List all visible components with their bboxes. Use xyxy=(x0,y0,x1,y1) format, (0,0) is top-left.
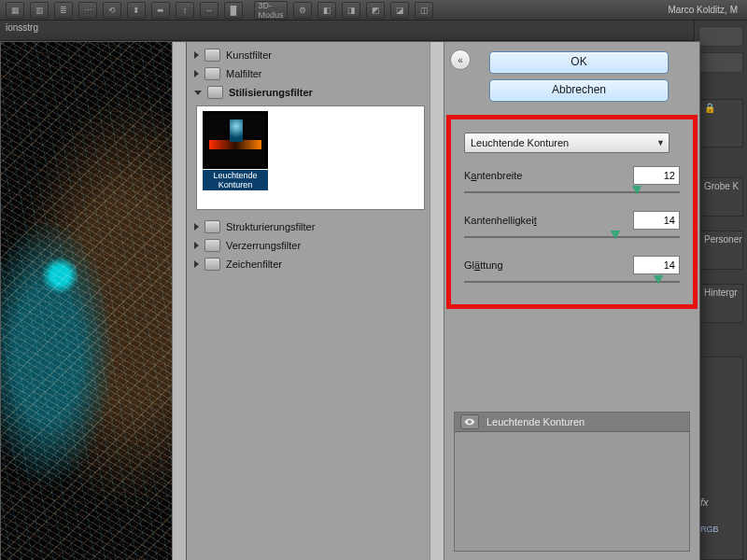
param-kantenhelligkeit-slider[interactable] xyxy=(464,233,680,243)
mode-rgb-label: RGB xyxy=(700,525,719,534)
cancel-button[interactable]: Abbrechen xyxy=(489,79,669,102)
toolbar-icon[interactable]: ▦ xyxy=(6,2,24,19)
user-label: Marco Kolditz, M xyxy=(669,5,741,15)
tree-label: Kunstfilter xyxy=(226,49,272,61)
filter-thumbnail-area: Leuchtende Konturen xyxy=(196,105,425,210)
param-label: Kantenbreite xyxy=(464,170,522,181)
disclosure-triangle-icon xyxy=(194,242,199,249)
toolbar-icon[interactable]: ↔ xyxy=(200,2,218,19)
toolbar-icon[interactable]: ⚙ xyxy=(293,2,312,19)
panel-chip[interactable] xyxy=(698,52,743,73)
param-kantenhelligkeit-input[interactable] xyxy=(633,211,680,230)
applied-filters-stack: Leuchtende Konturen xyxy=(454,412,690,552)
filter-select[interactable]: Leuchtende Konturen ▼ xyxy=(464,133,669,153)
toolbar-icon[interactable]: ◪ xyxy=(390,2,409,19)
eye-icon xyxy=(464,416,475,427)
toolbar-icon[interactable]: ↕ xyxy=(176,2,194,19)
panels-dock: 🔒 Grobe K 🔒 Personen Hintergr fx RGB xyxy=(694,21,747,560)
folder-icon xyxy=(204,49,220,62)
filter-thumb-leuchtende-konturen[interactable]: Leuchtende Konturen xyxy=(203,112,268,190)
options-bar-fragment: ionsstrg xyxy=(6,22,38,33)
stack-row-label: Leuchtende Konturen xyxy=(486,416,585,427)
param-kantenbreite-slider[interactable] xyxy=(464,189,680,198)
fx-label: fx xyxy=(700,497,709,508)
param-kantenbreite: Kantenbreite xyxy=(464,166,680,198)
toolbar-icon[interactable]: ◫ xyxy=(415,2,433,19)
toolbar-icon[interactable]: ⟲ xyxy=(103,2,121,19)
preview-pane[interactable] xyxy=(1,42,187,560)
disclosure-triangle-icon xyxy=(194,51,199,59)
param-kantenbreite-input[interactable] xyxy=(633,166,680,185)
toolbar-icon[interactable]: █ xyxy=(224,2,243,19)
panel-chip[interactable] xyxy=(698,26,743,47)
layer-row[interactable]: Personen xyxy=(698,231,743,270)
lock-icon: 🔒 xyxy=(704,103,715,113)
filter-thumb-caption: Leuchtende Konturen xyxy=(203,170,268,190)
folder-icon xyxy=(204,220,220,233)
settings-highlight: Leuchtende Konturen ▼ Kantenbreite Kan xyxy=(446,115,698,309)
toolbar-icon[interactable]: ⋯ xyxy=(78,2,97,19)
slider-handle-icon[interactable] xyxy=(654,275,663,284)
filter-tree-pane: Kunstfilter Malfilter Stilisierungsfilte… xyxy=(187,42,444,560)
toolbar-icon[interactable]: ⬍ xyxy=(127,2,146,19)
panel-color[interactable]: 🔒 xyxy=(698,99,743,147)
chevron-double-left-icon: « xyxy=(458,55,463,65)
param-glaettung-slider[interactable] xyxy=(464,278,680,287)
folder-icon xyxy=(204,239,220,252)
param-glaettung: Glättung xyxy=(464,256,680,287)
toolbar-icon[interactable]: ▥ xyxy=(30,2,49,19)
tree-label: Malfilter xyxy=(226,68,262,79)
slider-handle-icon[interactable] xyxy=(611,231,620,239)
disclosure-triangle-icon xyxy=(194,91,202,95)
param-kantenhelligkeit: Kantenhelligkeit xyxy=(464,211,680,243)
mode-3d-label: 3D-Modus xyxy=(254,1,288,20)
ok-button[interactable]: OK xyxy=(489,51,669,74)
tree-label: Stilisierungsfilter xyxy=(229,87,313,98)
filter-settings-pane: « OK Abbrechen Leuchtende Konturen ▼ Kan… xyxy=(444,42,699,560)
filter-select-value: Leuchtende Konturen xyxy=(471,137,569,148)
chevron-down-icon: ▼ xyxy=(656,138,665,147)
tree-folder-strukturierungsfilter[interactable]: Strukturierungsfilter xyxy=(190,217,430,236)
tree-folder-kunstfilter[interactable]: Kunstfilter xyxy=(190,46,430,64)
toolbar-icon[interactable]: ◨ xyxy=(342,2,360,19)
param-glaettung-input[interactable] xyxy=(633,256,680,274)
filter-thumb-image xyxy=(204,112,267,168)
tree-folder-malfilter[interactable]: Malfilter xyxy=(190,64,430,83)
lock-icon: 🔒 xyxy=(741,181,743,191)
layer-row[interactable]: Grobe K 🔒 xyxy=(698,177,743,217)
folder-icon xyxy=(207,86,223,99)
visibility-toggle[interactable] xyxy=(460,414,479,429)
slider-handle-icon[interactable] xyxy=(632,186,641,194)
collapse-button[interactable]: « xyxy=(450,49,471,70)
tree-folder-verzerrungsfilter[interactable]: Verzerrungsfilter xyxy=(190,236,430,255)
tree-label: Verzerrungsfilter xyxy=(226,240,301,251)
tree-label: Zeichenfilter xyxy=(226,259,282,270)
tree-folder-stilisierungsfilter[interactable]: Stilisierungsfilter xyxy=(190,83,430,102)
param-label: Kantenhelligkeit xyxy=(464,215,537,226)
toolbar-icon[interactable]: ⬌ xyxy=(151,2,170,19)
stack-row[interactable]: Leuchtende Konturen xyxy=(455,413,689,432)
disclosure-triangle-icon xyxy=(194,260,199,268)
tree-label: Strukturierungsfilter xyxy=(226,221,315,232)
options-bar: ionsstrg xyxy=(0,21,695,41)
folder-icon xyxy=(204,67,220,80)
tree-folder-zeichenfilter[interactable]: Zeichenfilter xyxy=(190,255,430,273)
toolbar-icon[interactable]: ≣ xyxy=(54,2,73,19)
filter-gallery-dialog: Kunstfilter Malfilter Stilisierungsfilte… xyxy=(0,41,700,560)
folder-icon xyxy=(204,258,220,271)
param-label: Glättung xyxy=(464,259,503,271)
toolbar-icon[interactable]: ◧ xyxy=(317,2,336,19)
layer-row[interactable]: Hintergr xyxy=(698,284,743,323)
disclosure-triangle-icon xyxy=(194,223,199,231)
disclosure-triangle-icon xyxy=(194,70,199,77)
app-toolbar: ▦ ▥ ≣ ⋯ ⟲ ⬍ ⬌ ↕ ↔ █ 3D-Modus ⚙ ◧ ◨ ◩ ◪ ◫… xyxy=(0,0,747,21)
toolbar-icon[interactable]: ◩ xyxy=(366,2,385,19)
